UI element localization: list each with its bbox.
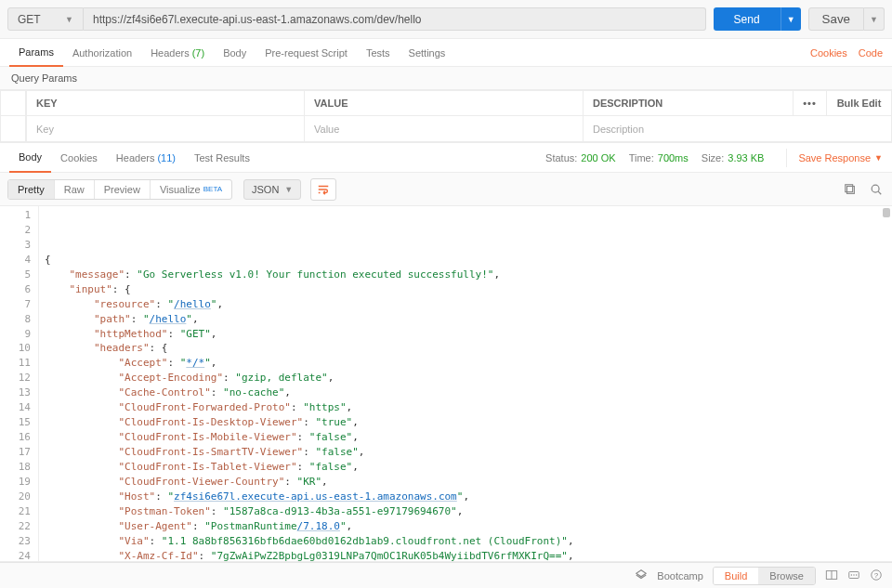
http-method-select[interactable]: GET ▼ [7,7,84,31]
search-button[interactable] [868,181,885,198]
shortcuts-icon[interactable] [847,568,860,583]
two-pane-icon[interactable] [825,568,838,583]
wrap-icon [317,183,330,196]
http-method-label: GET [18,13,41,26]
response-body: 1234567891011121314151617181920212223242… [0,206,892,562]
tab-tests[interactable]: Tests [357,39,400,67]
resp-headers-label: Headers [116,152,155,163]
save-response-label: Save Response [798,152,871,163]
tab-headers-label: Headers [151,47,190,59]
view-visualize[interactable]: Visualize BETA [151,180,231,199]
wrap-toggle[interactable] [310,178,336,201]
request-tabs: Params Authorization Headers (7) Body Pr… [0,39,892,67]
query-params-table: KEY VALUE DESCRIPTION ••• Bulk Edit Key … [0,90,892,143]
svg-point-7 [851,574,852,575]
qp-value-header: VALUE [305,90,584,116]
qp-key-input[interactable]: Key [26,116,305,142]
bulk-edit-link[interactable]: Bulk Edit [827,90,892,116]
svg-text:?: ? [874,570,879,579]
size-label: Size: [702,152,724,163]
help-icon[interactable]: ? [870,568,883,583]
query-params-heading: Query Params [0,67,892,90]
resp-tab-body[interactable]: Body [9,143,51,173]
view-visualize-label: Visualize [160,184,201,195]
caret-down-icon: ▼ [284,185,293,194]
tab-body[interactable]: Body [214,39,256,67]
caret-down-icon: ▼ [65,15,73,24]
tab-params[interactable]: Params [9,39,63,67]
copy-button[interactable] [842,181,859,198]
qp-row: Key Value Description [0,116,892,142]
save-dropdown[interactable]: ▼ [864,7,885,31]
view-mode-segment: Pretty Raw Preview Visualize BETA [7,179,232,200]
format-select[interactable]: JSON ▼ [243,179,301,200]
response-status: Status: 200 OK Time: 700ms Size: 3.93 KB… [545,149,883,167]
bootcamp-icon[interactable] [635,568,648,583]
svg-line-3 [878,191,881,194]
tab-headers[interactable]: Headers (7) [141,39,214,67]
resp-tab-tests[interactable]: Test Results [185,143,259,173]
response-tabs: Body Cookies Headers (11) Test Results S… [0,143,892,173]
cookies-link[interactable]: Cookies [810,47,847,59]
svg-point-2 [872,185,879,192]
status-value: 200 OK [581,152,615,163]
tab-headers-count: (7) [192,47,204,59]
caret-down-icon: ▼ [874,153,883,163]
resp-tab-headers[interactable]: Headers (11) [107,143,185,173]
url-value: https://zf4si6e67l.execute-api.us-east-1… [93,13,422,26]
request-bar: GET ▼ https://zf4si6e67l.execute-api.us-… [0,0,892,39]
url-input[interactable]: https://zf4si6e67l.execute-api.us-east-1… [84,7,706,31]
status-label: Status: [545,152,577,163]
qp-header-row: KEY VALUE DESCRIPTION ••• Bulk Edit [0,90,892,116]
qp-check-header [0,90,26,116]
send-button[interactable]: Send [714,7,780,31]
search-icon [870,183,883,196]
view-preview[interactable]: Preview [95,180,151,199]
line-gutter: 1234567891011121314151617181920212223242… [0,206,39,561]
time-label: Time: [629,152,654,163]
resp-headers-count: (11) [157,152,176,163]
qp-desc-header: DESCRIPTION [584,90,794,116]
qp-value-input[interactable]: Value [305,116,584,142]
qp-key-header: KEY [26,90,305,116]
qp-desc-input[interactable]: Description [584,116,892,142]
tab-settings[interactable]: Settings [400,39,455,67]
status-bar: Bootcamp Build Browse ? [0,562,892,588]
svg-point-8 [853,574,854,575]
view-raw[interactable]: Raw [55,180,95,199]
beta-badge: BETA [203,185,222,193]
time-value: 700ms [658,152,689,163]
build-option[interactable]: Build [714,568,758,584]
resp-tab-cookies[interactable]: Cookies [51,143,107,173]
view-pretty[interactable]: Pretty [8,180,55,199]
svg-point-9 [856,574,857,575]
build-browse-toggle[interactable]: Build Browse [713,567,816,585]
save-response-button[interactable]: Save Response ▼ [786,149,883,167]
copy-icon [844,183,857,196]
caret-down-icon: ▼ [870,15,878,24]
response-view-bar: Pretty Raw Preview Visualize BETA JSON ▼ [0,173,892,206]
tab-prerequest[interactable]: Pre-request Script [256,39,357,67]
tab-authorization[interactable]: Authorization [63,39,141,67]
qp-more-button[interactable]: ••• [794,90,827,116]
browse-option[interactable]: Browse [758,568,815,584]
save-button[interactable]: Save [808,7,864,31]
code-content[interactable]: { "message": "Go Serverless v1.0! Your f… [39,206,892,561]
format-label: JSON [252,184,279,195]
bootcamp-label[interactable]: Bootcamp [657,570,703,581]
size-value: 3.93 KB [728,152,764,163]
send-dropdown[interactable]: ▼ [780,7,801,31]
scroll-indicator[interactable] [883,208,890,217]
caret-down-icon: ▼ [787,15,795,24]
code-link[interactable]: Code [859,47,883,59]
qp-check-cell[interactable] [0,116,26,142]
